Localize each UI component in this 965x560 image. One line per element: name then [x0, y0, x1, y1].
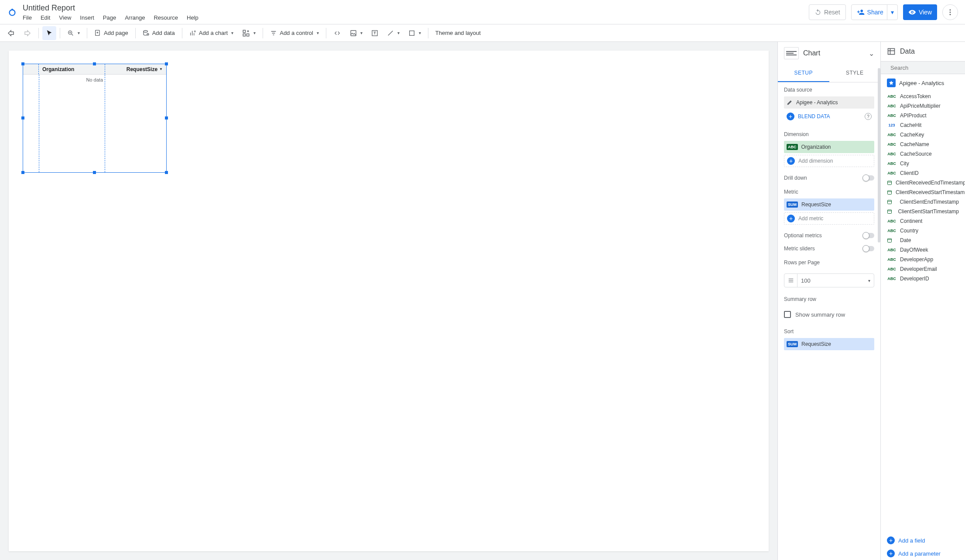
add-page-button[interactable]: Add page: [91, 26, 132, 40]
scrollbar[interactable]: [878, 68, 880, 242]
add-control-button[interactable]: Add a control▾: [267, 26, 322, 40]
field-CacheHit[interactable]: 123CacheHit: [881, 120, 965, 130]
menu-file[interactable]: File: [23, 14, 32, 21]
add-dimension-button[interactable]: + Add dimension: [784, 155, 874, 167]
shape-button[interactable]: ▾: [405, 26, 424, 40]
zoom-tool[interactable]: ▾: [64, 26, 83, 40]
svg-rect-22: [888, 239, 892, 242]
dimension-chip[interactable]: ABC Organization: [784, 141, 874, 153]
blend-data-button[interactable]: + BLEND DATA ?: [784, 110, 874, 123]
field-DeveloperApp[interactable]: ABCDeveloperApp: [881, 255, 965, 264]
sort-chip[interactable]: SUM RequestSize: [784, 338, 874, 350]
chart-type-selector[interactable]: Chart ⌄: [784, 47, 874, 59]
data-panel: Data Apigee - Analytics ABCAccessTokenAB…: [881, 42, 965, 560]
metric-sliders-toggle[interactable]: [863, 246, 874, 251]
help-icon[interactable]: ?: [865, 113, 872, 120]
search-field[interactable]: [881, 61, 965, 74]
svg-point-3: [950, 11, 951, 13]
tab-style[interactable]: STYLE: [829, 65, 881, 82]
menu-view[interactable]: View: [59, 14, 71, 21]
svg-rect-15: [409, 31, 414, 35]
sort-label: Sort: [784, 328, 874, 335]
data-source-chip[interactable]: Apigee - Analytics: [784, 96, 874, 109]
svg-rect-18: [888, 181, 892, 185]
drill-down-toggle[interactable]: [863, 175, 874, 181]
svg-point-0: [10, 10, 15, 15]
reset-button[interactable]: Reset: [809, 4, 846, 20]
data-icon: [887, 47, 896, 56]
add-chart-button[interactable]: Add a chart▾: [186, 26, 237, 40]
more-options-button[interactable]: [942, 4, 958, 20]
undo-icon: [814, 9, 821, 16]
add-parameter-button[interactable]: + Add a parameter: [881, 547, 965, 560]
menu-insert[interactable]: Insert: [80, 14, 94, 21]
redo-button[interactable]: [20, 26, 35, 40]
add-field-button[interactable]: + Add a field: [881, 534, 965, 547]
rows-per-page-label: Rows per Page: [784, 260, 874, 266]
table-widget[interactable]: Organization RequestSize▼ No data: [23, 64, 167, 173]
field-CacheSource[interactable]: ABCCacheSource: [881, 149, 965, 159]
add-data-button[interactable]: Add data: [139, 26, 178, 40]
optional-metrics-toggle[interactable]: [863, 233, 874, 238]
text-button[interactable]: [368, 26, 382, 40]
metric-chip[interactable]: SUM RequestSize: [784, 198, 874, 211]
field-APIProduct[interactable]: ABCAPIProduct: [881, 111, 965, 120]
line-button[interactable]: ▾: [383, 26, 403, 40]
field-Country[interactable]: ABCCountry: [881, 226, 965, 236]
tab-setup[interactable]: SETUP: [778, 65, 829, 82]
menu-resource[interactable]: Resource: [154, 14, 178, 21]
field-DeveloperEmail[interactable]: ABCDeveloperEmail: [881, 264, 965, 274]
image-icon: [350, 30, 357, 37]
dimension-label: Dimension: [784, 131, 874, 137]
plus-icon: +: [787, 157, 795, 165]
image-button[interactable]: ▾: [346, 26, 366, 40]
resize-handle[interactable]: [165, 62, 168, 65]
url-embed-button[interactable]: [330, 26, 345, 40]
theme-button[interactable]: Theme and layout: [432, 26, 484, 40]
resize-handle[interactable]: [93, 62, 96, 65]
undo-icon: [7, 29, 15, 37]
field-Continent[interactable]: ABCContinent: [881, 216, 965, 226]
field-ClientReceivedStartTimestamp[interactable]: ClientReceivedStartTimestamp: [881, 188, 965, 197]
redo-icon: [24, 29, 31, 37]
field-ApiPriceMultiplier[interactable]: ABCApiPriceMultiplier: [881, 101, 965, 111]
source-icon: [887, 79, 896, 87]
search-input[interactable]: [890, 65, 964, 71]
field-AccessToken[interactable]: ABCAccessToken: [881, 92, 965, 101]
field-DeveloperID[interactable]: ABCDeveloperID: [881, 274, 965, 283]
menu-page[interactable]: Page: [103, 14, 116, 21]
field-ClientSentStartTimestamp[interactable]: ClientSentStartTimestamp: [881, 207, 965, 216]
menu-help[interactable]: Help: [187, 14, 198, 21]
no-data-label: No data: [86, 77, 103, 82]
add-metric-button[interactable]: + Add metric: [784, 212, 874, 225]
field-CacheKey[interactable]: ABCCacheKey: [881, 130, 965, 140]
select-tool[interactable]: [42, 26, 56, 40]
view-button[interactable]: View: [903, 4, 937, 20]
filter-icon: [270, 30, 277, 37]
field-DayOfWeek[interactable]: ABCDayOfWeek: [881, 245, 965, 255]
rows-per-page-select[interactable]: 100 ▾: [784, 273, 874, 287]
line-icon: [387, 30, 394, 37]
show-summary-checkbox[interactable]: [784, 311, 791, 318]
canvas-area[interactable]: Organization RequestSize▼ No data: [0, 42, 777, 560]
field-ClientSentEndTimestamp[interactable]: ClientSentEndTimestamp: [881, 197, 965, 207]
community-viz-button[interactable]: ▾: [239, 26, 259, 40]
field-Date[interactable]: Date: [881, 236, 965, 245]
svg-point-7: [144, 31, 147, 32]
resize-handle[interactable]: [21, 62, 24, 65]
field-ClientID[interactable]: ABCClientID: [881, 168, 965, 178]
app-logo[interactable]: [7, 7, 17, 17]
report-canvas[interactable]: Organization RequestSize▼ No data: [9, 51, 769, 551]
undo-button[interactable]: [3, 26, 18, 40]
field-City[interactable]: ABCCity: [881, 159, 965, 168]
chart-icon: [189, 30, 196, 37]
doc-title[interactable]: Untitled Report: [23, 3, 804, 14]
field-ClientReceivedEndTimestamp[interactable]: ClientReceivedEndTimestamp: [881, 178, 965, 188]
share-button[interactable]: Share: [851, 4, 889, 20]
data-source-header[interactable]: Apigee - Analytics: [881, 74, 965, 92]
share-dropdown[interactable]: ▾: [887, 4, 898, 20]
menu-arrange[interactable]: Arrange: [125, 14, 145, 21]
field-CacheName[interactable]: ABCCacheName: [881, 140, 965, 149]
menu-edit[interactable]: Edit: [41, 14, 50, 21]
svg-rect-12: [247, 34, 249, 36]
